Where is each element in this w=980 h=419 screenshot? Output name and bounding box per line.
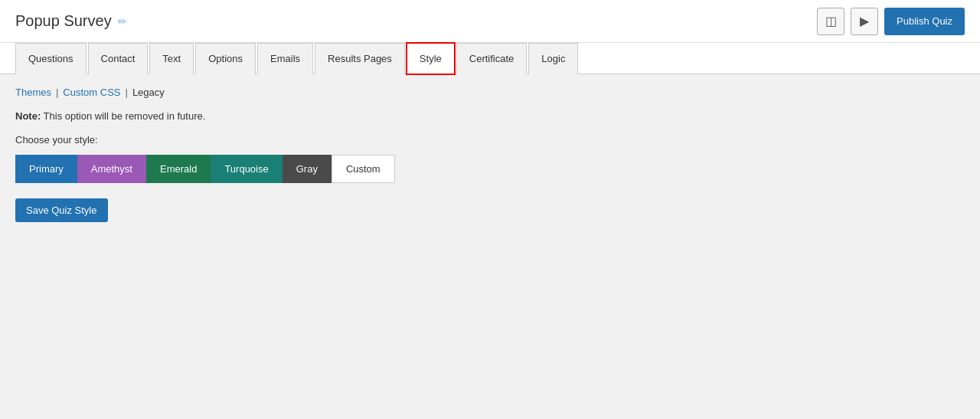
style-gray-button[interactable]: Gray [283, 155, 332, 183]
note-section: Note: This option will be removed in fut… [15, 110, 965, 122]
breadcrumb-custom-css-link[interactable]: Custom CSS [63, 87, 120, 98]
note-text: Note: This option will be removed in fut… [15, 110, 965, 122]
save-draft-icon: ◫ [825, 14, 837, 28]
tab-logic[interactable]: Logic [528, 43, 578, 74]
tabs-bar: Questions Contact Text Options Emails Re… [0, 43, 980, 74]
style-amethyst-button[interactable]: Amethyst [77, 155, 146, 183]
tab-text[interactable]: Text [149, 43, 194, 74]
header-right: ◫ ▶ Publish Quiz [817, 8, 965, 35]
note-body: This option will be removed in future. [44, 110, 206, 122]
breadcrumb: Themes | Custom CSS | Legacy [15, 87, 965, 98]
header-left: Popup Survey ✏ [15, 12, 127, 30]
breadcrumb-separator-2: | [126, 87, 128, 98]
edit-icon[interactable]: ✏ [118, 15, 127, 28]
header: Popup Survey ✏ ◫ ▶ Publish Quiz [0, 0, 980, 43]
style-primary-button[interactable]: Primary [15, 155, 77, 183]
content-area: Themes | Custom CSS | Legacy Note: This … [0, 74, 980, 234]
page-title: Popup Survey [15, 12, 112, 30]
breadcrumb-current: Legacy [132, 87, 165, 98]
save-draft-button[interactable]: ◫ [817, 8, 844, 35]
save-quiz-style-button[interactable]: Save Quiz Style [15, 198, 108, 222]
tab-options[interactable]: Options [195, 43, 256, 74]
breadcrumb-themes-link[interactable]: Themes [15, 87, 51, 98]
tab-contact[interactable]: Contact [88, 43, 149, 74]
publish-quiz-button[interactable]: Publish Quiz [884, 8, 965, 35]
preview-button[interactable]: ▶ [851, 8, 878, 35]
style-turquoise-button[interactable]: Turquoise [211, 155, 282, 183]
style-emerald-button[interactable]: Emerald [146, 155, 211, 183]
note-strong: Note: [15, 110, 41, 122]
breadcrumb-separator-1: | [56, 87, 58, 98]
tab-emails[interactable]: Emails [257, 43, 313, 74]
tab-style[interactable]: Style [407, 43, 455, 74]
style-buttons: Primary Amethyst Emerald Turquoise Gray … [15, 155, 965, 183]
choose-style-label: Choose your style: [15, 134, 965, 146]
tab-certificate[interactable]: Certificate [456, 43, 528, 74]
style-custom-button[interactable]: Custom [332, 155, 395, 183]
tab-results-pages[interactable]: Results Pages [315, 43, 405, 74]
preview-icon: ▶ [860, 14, 869, 28]
tab-questions[interactable]: Questions [15, 43, 87, 74]
